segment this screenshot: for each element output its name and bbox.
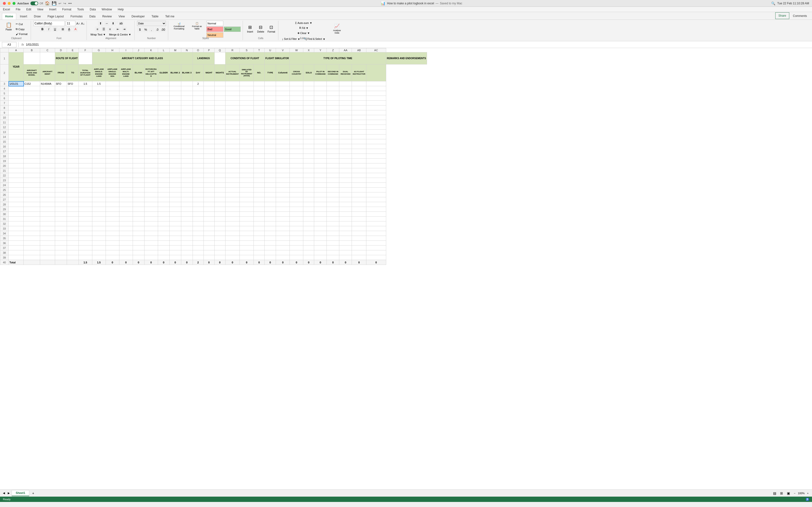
cell-r30-c22[interactable] <box>290 212 303 217</box>
cell-r19-c18[interactable] <box>240 159 254 163</box>
underline-button[interactable]: U <box>52 26 58 32</box>
cell-r13-c2[interactable] <box>40 130 55 134</box>
cell-r5-c13[interactable] <box>181 91 193 96</box>
cell-r39-c13[interactable] <box>181 255 193 260</box>
cell-r29-c16[interactable] <box>214 207 225 212</box>
cell-r35-c11[interactable] <box>158 236 169 241</box>
cell-r37-c8[interactable] <box>119 245 133 250</box>
cell-r33-c0[interactable] <box>9 226 24 231</box>
cell-r38-c0[interactable] <box>9 250 24 255</box>
cell-M3[interactable] <box>169 81 181 86</box>
cell-r13-c8[interactable] <box>119 130 133 134</box>
cell-r35-c20[interactable] <box>265 236 276 241</box>
cell-r14-c18[interactable] <box>240 134 254 139</box>
cell-r15-c0[interactable] <box>9 139 24 144</box>
cell-r37-c19[interactable] <box>254 245 265 250</box>
cell-r5-c8[interactable] <box>119 91 133 96</box>
cell-r35-c3[interactable] <box>55 236 67 241</box>
cell-r14-c8[interactable] <box>119 134 133 139</box>
cell-r5-c10[interactable] <box>144 91 158 96</box>
cell-r35-c22[interactable] <box>290 236 303 241</box>
cell-r9-c8[interactable] <box>119 110 133 115</box>
font-color-button[interactable]: A <box>73 26 78 32</box>
cell-r10-c18[interactable] <box>240 115 254 120</box>
total-AB[interactable]: 0 <box>352 260 366 265</box>
cell-r5-c24[interactable] <box>314 91 327 96</box>
cell-r5-c12[interactable] <box>169 91 181 96</box>
cell-r9-c18[interactable] <box>240 110 254 115</box>
cell-r36-c24[interactable] <box>314 241 327 245</box>
cell-r27-c18[interactable] <box>240 197 254 202</box>
cell-r27-c21[interactable] <box>276 197 290 202</box>
cell-r12-c1[interactable] <box>24 125 40 130</box>
maximize-button[interactable] <box>12 2 15 5</box>
zoom-in-button[interactable]: + <box>806 491 810 495</box>
cell-r27-c2[interactable] <box>40 197 55 202</box>
cell-r12-c4[interactable] <box>67 125 79 130</box>
cell-r20-c4[interactable] <box>67 163 79 168</box>
cell-r34-c16[interactable] <box>214 231 225 236</box>
cell-r15-c13[interactable] <box>181 139 193 144</box>
conditional-formatting-button[interactable]: 📊 Conditional Formatting <box>170 21 188 31</box>
cell-r28-c0[interactable] <box>9 202 24 207</box>
cell-r16-c8[interactable] <box>119 144 133 149</box>
cell-r37-c14[interactable] <box>193 245 203 250</box>
cell-r29-c4[interactable] <box>67 207 79 212</box>
cell-r7-c28[interactable] <box>366 101 386 106</box>
cell-r7-c14[interactable] <box>193 101 203 106</box>
cell-r17-c17[interactable] <box>225 149 240 154</box>
cell-r27-c8[interactable] <box>119 197 133 202</box>
cell-r6-c15[interactable] <box>203 96 214 101</box>
cell-r11-c23[interactable] <box>303 120 314 125</box>
cell-r30-c6[interactable] <box>92 212 106 217</box>
cell-r33-c2[interactable] <box>40 226 55 231</box>
cell-r7-c24[interactable] <box>314 101 327 106</box>
cell-r7-c10[interactable] <box>144 101 158 106</box>
cell-r27-c4[interactable] <box>67 197 79 202</box>
cell-r24-c15[interactable] <box>203 183 214 187</box>
cell-r27-c6[interactable] <box>92 197 106 202</box>
cell-r28-c24[interactable] <box>314 202 327 207</box>
style-bad[interactable]: Bad <box>206 26 223 32</box>
cell-r29-c10[interactable] <box>144 207 158 212</box>
cell-r8-c4[interactable] <box>67 106 79 110</box>
cell-r38-c12[interactable] <box>169 250 181 255</box>
cell-r39-c5[interactable] <box>79 255 92 260</box>
cell-r8-c12[interactable] <box>169 106 181 110</box>
cell-r5-c1[interactable] <box>24 91 40 96</box>
cell-r38-c24[interactable] <box>314 250 327 255</box>
cell-S3[interactable] <box>240 81 254 86</box>
cell-r19-c1[interactable] <box>24 159 40 163</box>
cell-r7-c13[interactable] <box>181 101 193 106</box>
tab-insert[interactable]: Insert <box>17 13 30 19</box>
font-size-input[interactable] <box>66 21 75 26</box>
cell-r13-c24[interactable] <box>314 130 327 134</box>
cell-r34-c5[interactable] <box>79 231 92 236</box>
cell-r30-c5[interactable] <box>79 212 92 217</box>
cell-r22-c3[interactable] <box>55 173 67 178</box>
cell-r26-c12[interactable] <box>169 192 181 197</box>
cell-r29-c24[interactable] <box>314 207 327 212</box>
cell-r4-c27[interactable] <box>352 86 366 91</box>
cell-r22-c16[interactable] <box>214 173 225 178</box>
total-L[interactable]: 0 <box>158 260 169 265</box>
col-R-header[interactable]: R <box>225 48 240 52</box>
total-M[interactable]: 0 <box>169 260 181 265</box>
cell-r9-c0[interactable] <box>9 110 24 115</box>
cell-r23-c26[interactable] <box>339 178 352 183</box>
cell-r30-c28[interactable] <box>366 212 386 217</box>
cell-r8-c25[interactable] <box>327 106 339 110</box>
cell-r20-c13[interactable] <box>181 163 193 168</box>
total-X[interactable]: 0 <box>303 260 314 265</box>
cell-r31-c2[interactable] <box>40 217 55 221</box>
autosum-button[interactable]: Σ Auto-sum▼ <box>294 21 313 25</box>
cell-r16-c24[interactable] <box>314 144 327 149</box>
col-M-header[interactable]: M <box>169 48 181 52</box>
cell-C3[interactable]: N146WA <box>40 81 55 86</box>
cell-r11-c2[interactable] <box>40 120 55 125</box>
cell-r12-c16[interactable] <box>214 125 225 130</box>
cell-r33-c6[interactable] <box>92 226 106 231</box>
cell-r16-c17[interactable] <box>225 144 240 149</box>
cell-r20-c25[interactable] <box>327 163 339 168</box>
cell-r8-c8[interactable] <box>119 106 133 110</box>
